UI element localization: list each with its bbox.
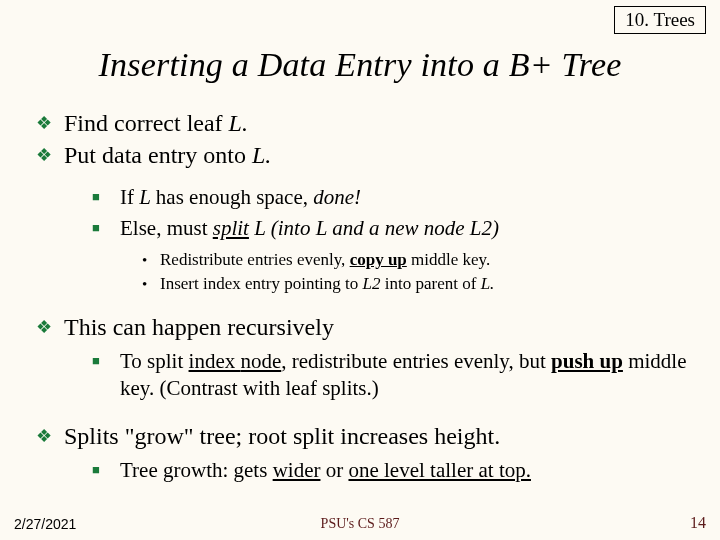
text: Redistribute entries evenly, (160, 250, 350, 269)
chapter-badge: 10. Trees (614, 6, 706, 34)
text: L. (229, 110, 248, 136)
text: copy up (350, 250, 407, 269)
bullet-item: ❖ Find correct leaf L. (0, 108, 720, 138)
square-bullet-icon: ■ (92, 189, 100, 206)
sub-bullet-item: ■ To split index node, redistribute entr… (0, 348, 720, 403)
text: index (189, 349, 241, 373)
sub-bullet-item: ■ Tree growth: gets wider or one level t… (0, 457, 720, 484)
text: L2 (363, 274, 381, 293)
text: If (120, 185, 139, 209)
diamond-bullet-icon: ❖ (36, 425, 52, 448)
bullet-item: ❖ This can happen recursively (0, 312, 720, 342)
text: push up (551, 349, 623, 373)
text: Tree growth: gets (120, 458, 273, 482)
text: split (213, 216, 249, 240)
text: or (320, 458, 348, 482)
square-bullet-icon: ■ (92, 220, 100, 237)
diamond-bullet-icon: ❖ (36, 316, 52, 339)
square-bullet-icon: ■ (92, 353, 100, 370)
text: Put data entry onto (64, 142, 252, 168)
text: Find correct leaf (64, 110, 229, 136)
sub-bullet-item: ■ Else, must split L (into L and a new n… (0, 215, 720, 242)
text: Else, must (120, 216, 213, 240)
text: middle key. (407, 250, 490, 269)
text: ! (354, 185, 361, 209)
subsub-bullet-item: • Insert index entry pointing to L2 into… (0, 273, 720, 294)
text: wider (273, 458, 321, 482)
dot-bullet-icon: • (142, 251, 147, 270)
bullet-item: ❖ Splits "grow" tree; root split increas… (0, 421, 720, 451)
footer-course: PSU's CS 587 (0, 516, 720, 532)
text: This can happen recursively (64, 314, 334, 340)
footer: 2/27/2021 PSU's CS 587 14 (0, 512, 720, 532)
sub-bullet-item: ■ If L has enough space, done! (0, 184, 720, 211)
slide-title: Inserting a Data Entry into a B+ Tree (0, 46, 720, 84)
text: has enough space, (156, 185, 313, 209)
slide-body: ❖ Find correct leaf L. ❖ Put data entry … (0, 108, 720, 484)
diamond-bullet-icon: ❖ (36, 112, 52, 135)
text: L. (252, 142, 271, 168)
text: into parent of (381, 274, 481, 293)
text: Splits "grow" tree; root split increases… (64, 423, 500, 449)
text: , redistribute entries evenly, but (281, 349, 551, 373)
bullet-item: ❖ Put data entry onto L. (0, 140, 720, 170)
text: L (into L and a new node L2) (249, 216, 499, 240)
diamond-bullet-icon: ❖ (36, 144, 52, 167)
text: L. (481, 274, 495, 293)
dot-bullet-icon: • (142, 275, 147, 294)
text: node (240, 349, 281, 373)
text: done (313, 185, 354, 209)
text: L (139, 185, 156, 209)
square-bullet-icon: ■ (92, 462, 100, 479)
subsub-bullet-item: • Redistribute entries evenly, copy up m… (0, 249, 720, 270)
footer-page-number: 14 (690, 514, 706, 532)
text: Insert index entry pointing to (160, 274, 363, 293)
text: To split (120, 349, 189, 373)
text: one level taller at top. (348, 458, 531, 482)
